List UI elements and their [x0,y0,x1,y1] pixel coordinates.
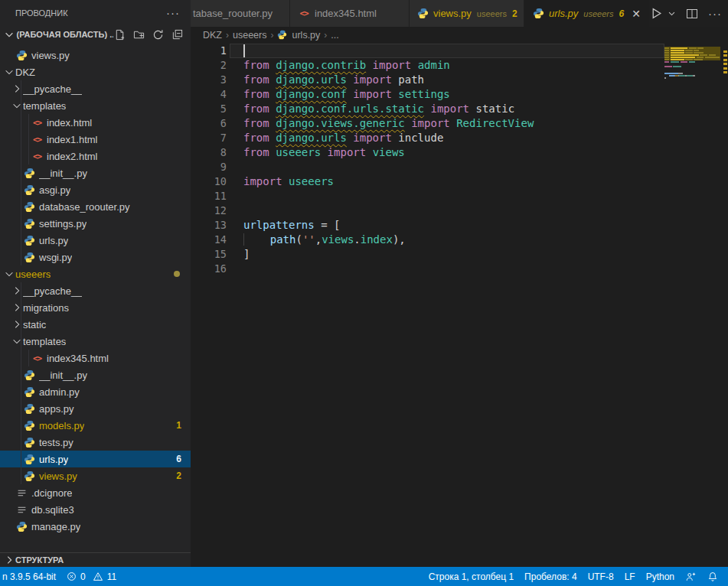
indent-guide [21,148,21,164]
code-line-3[interactable]: 3from django.urls import path [191,73,728,87]
tree-item-templates[interactable]: templates [0,97,191,114]
tree-item--dcignore[interactable]: .dcignore [0,484,191,501]
more-actions-icon[interactable]: ··· [708,7,722,20]
run-icon[interactable] [650,7,663,20]
tree-item-admin-py[interactable]: admin.py [0,383,191,400]
refresh-icon[interactable] [152,28,164,41]
status-left: n 3.9.5 64-bit 0 11 [0,567,122,586]
code-line-8[interactable]: 8from useeers import views [191,145,728,160]
tree-item-templates[interactable]: templates [0,333,191,350]
tree-item-label: wsgi.py [39,252,72,263]
indent-guide [21,417,21,434]
tree-item-index1-html[interactable]: <>index1.html [0,131,191,148]
tree-item-useeers[interactable]: useeers [0,265,191,282]
tree-item-label: asgi.py [39,184,70,196]
breadcrumb: DKZ › useeers › urls.py › ... [191,27,728,44]
tree-item-index2-html[interactable]: <>index2.html [0,148,191,164]
tree-item-urls-py[interactable]: urls.py6 [0,451,191,467]
tree-item-tests-py[interactable]: tests.py [0,434,191,451]
code-line-12[interactable]: 12 [191,203,728,218]
breadcrumb-label: urls.py [292,30,320,41]
tree-item-db-sqlite3[interactable]: db.sqlite3 [0,501,191,518]
indent-guide [21,451,21,467]
tree-item-urls-py[interactable]: urls.py [0,232,191,249]
code-editor[interactable]: 12from django.contrib import admin3from … [191,44,728,567]
tree-item-views-py[interactable]: views.py2 [0,467,191,484]
tree-item-index345-html[interactable]: <>index345.html [0,350,191,366]
explorer-title: ПРОВОДНИК [15,8,68,18]
tree-item-models-py[interactable]: models.py1 [0,417,191,434]
indent-guide [21,434,21,451]
tree-item--init-py[interactable]: __init__.py [0,164,191,181]
tree-item-static[interactable]: static [0,316,191,333]
run-dropdown-icon[interactable] [668,9,676,18]
code-line-7[interactable]: 7from django.urls import include [191,131,728,145]
cursor-position[interactable]: Строка 1, столбец 1 [423,567,519,586]
code-line-14[interactable]: 14 path('',views.index), [191,233,728,247]
split-editor-icon[interactable] [686,8,698,20]
html-icon: <> [31,352,44,364]
tree-item-views-py[interactable]: views.py [0,47,191,63]
close-icon[interactable]: ✕ [632,8,641,19]
code-line-13[interactable]: 13urlpatterns = [ [191,218,728,233]
code-line-6[interactable]: 6from django.views.generic import Redire… [191,116,728,131]
tab-description: useeers [477,9,507,18]
warning-count: 11 [107,571,116,582]
tree-item-asgi-py[interactable]: asgi.py [0,181,191,198]
problems-indicator[interactable]: 0 11 [61,567,122,586]
tab-tabase-roouter-py[interactable]: tabase_roouter.py [191,0,289,27]
text-cursor [243,44,245,57]
code-line-5[interactable]: 5from django.conf.urls.static import sta… [191,102,728,116]
code-line-10[interactable]: 10import useeers [191,174,728,189]
feedback-icon[interactable] [680,567,702,586]
new-file-icon[interactable] [113,28,126,41]
new-folder-icon[interactable] [132,28,145,41]
code-line-9[interactable]: 9 [191,160,728,174]
tree-item-database-roouter-py[interactable]: database_roouter.py [0,198,191,215]
workspace-section-header[interactable]: (РАБОЧАЯ ОБЛАСТЬ) ... [0,25,191,44]
tab-index345-html[interactable]: <>index345.html [290,0,409,27]
python-icon [23,167,36,179]
outline-section-header[interactable]: СТРУКТУРА [0,552,191,567]
python-icon [23,234,36,246]
breadcrumb-item-dkz[interactable]: DKZ [203,30,222,41]
tree-item--pycache-[interactable]: __pycache__ [0,282,191,299]
tree-item-manage-py[interactable]: manage.py [0,518,191,535]
code-line-2[interactable]: 2from django.contrib import admin [191,58,728,73]
eol-selector[interactable]: LF [619,567,641,586]
code-line-16[interactable]: 16 [191,262,728,276]
tree-item-apps-py[interactable]: apps.py [0,400,191,417]
breadcrumb-item-urls-py[interactable]: urls.py [277,30,320,41]
breadcrumb-item-symbol[interactable]: ... [331,30,338,41]
code-line-15[interactable]: 15] [191,247,728,262]
minimap[interactable] [664,44,720,81]
problems-badge: 2 [176,470,181,481]
line-text: from django.urls import path [243,73,424,87]
tree-item-label: templates [23,100,66,112]
indent-guide [21,215,21,232]
tab-urls-py[interactable]: urls.pyuseeers6✕ [524,0,649,27]
tree-item-wsgi-py[interactable]: wsgi.py [0,249,191,265]
breadcrumb-item-useeers[interactable]: useeers [233,30,266,41]
more-actions-icon[interactable]: ··· [166,6,180,19]
tree-item-index-html[interactable]: <>index.html [0,114,191,131]
code-line-11[interactable]: 11 [191,189,728,203]
line-text: from django.views.generic import Redirec… [243,116,534,131]
tree-item-migrations[interactable]: migrations [0,299,191,316]
tree-item-label: __init__.py [39,168,87,179]
tree-item--pycache-[interactable]: __pycache__ [0,80,191,97]
indentation[interactable]: Пробелов: 4 [519,567,583,586]
code-line-4[interactable]: 4from django.conf import settings [191,87,728,102]
tree-item--init-py[interactable]: __init__.py [0,366,191,383]
chevron-right-icon: › [270,30,273,41]
notifications-bell-icon[interactable] [702,567,723,586]
tab-views-py[interactable]: views.pyuseeers2 [410,0,524,27]
python-interpreter[interactable]: n 3.9.5 64-bit [0,567,61,586]
tree-item-label: admin.py [39,386,80,398]
encoding[interactable]: UTF-8 [583,567,619,586]
overview-ruler[interactable] [723,44,728,273]
tree-item-dkz[interactable]: DKZ [0,63,191,80]
tree-item-settings-py[interactable]: settings.py [0,215,191,232]
collapse-all-icon[interactable] [171,28,183,41]
language-mode[interactable]: Python [641,567,680,586]
